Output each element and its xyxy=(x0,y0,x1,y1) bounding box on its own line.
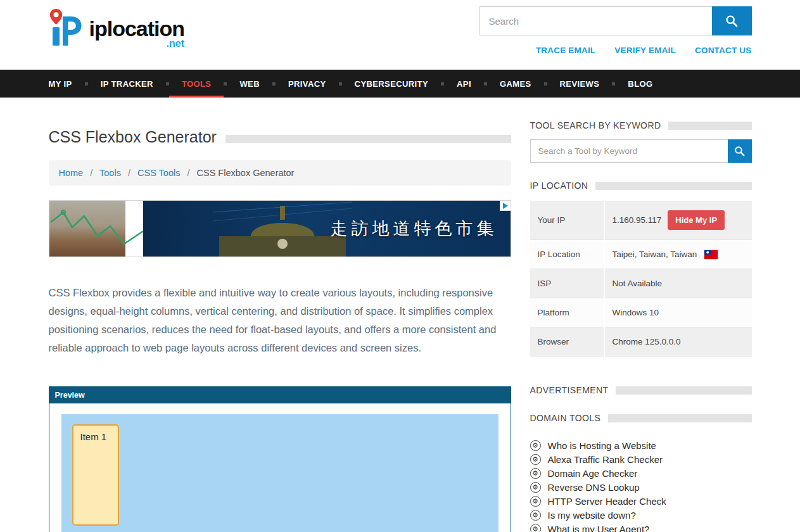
list-item: ⚙ Is my website down? xyxy=(530,508,752,522)
row-value: 1.160.95.117 Hide My IP xyxy=(604,201,752,240)
heading-decoration-bar xyxy=(668,122,751,130)
domain-tool-link-domain-age[interactable]: Domain Age Checker xyxy=(548,468,638,479)
list-item: ⚙ What is my User Agent? xyxy=(530,522,752,532)
list-item: ⚙ HTTP Server Header Check xyxy=(530,494,752,508)
tool-search-input[interactable] xyxy=(530,139,728,163)
advertisement-heading-label: ADVERTISEMENT xyxy=(530,385,609,395)
title-row: CSS Flexbox Generator xyxy=(49,128,511,146)
preview-header: Preview xyxy=(49,387,511,403)
taiwan-flag-icon xyxy=(704,250,718,259)
row-value: Not Available xyxy=(604,269,752,298)
sidebar: TOOL SEARCH BY KEYWORD IP LOCATION Your … xyxy=(530,120,752,532)
search-input[interactable] xyxy=(479,6,712,35)
gear-icon: ⚙ xyxy=(530,524,541,532)
tool-search-box xyxy=(530,139,752,163)
tool-description: CSS Flexbox provides a flexible and intu… xyxy=(49,284,511,357)
contact-us-link[interactable]: CONTACT US xyxy=(695,46,752,55)
main-nav: MY IP IP TRACKER TOOLS WEB PRIVACY CYBER… xyxy=(0,70,800,98)
heading-decoration-bar xyxy=(608,414,751,422)
gear-icon: ⚙ xyxy=(530,482,541,493)
search-icon xyxy=(725,15,738,27)
row-label: Platform xyxy=(530,298,604,327)
tool-search-heading: TOOL SEARCH BY KEYWORD xyxy=(530,120,752,130)
domain-tools-heading-label: DOMAIN TOOLS xyxy=(530,413,601,423)
breadcrumb-tools[interactable]: Tools xyxy=(99,168,121,178)
your-ip-value: 1.160.95.117 xyxy=(613,215,662,225)
ad-choices-icon[interactable] xyxy=(500,201,511,211)
domain-tool-link-hosting[interactable]: Who is Hosting a Website xyxy=(548,440,656,451)
table-row-browser: Browser Chrome 125.0.0.0 xyxy=(530,327,752,357)
verify-email-link[interactable]: VERIFY EMAIL xyxy=(614,46,676,55)
list-item: ⚙ Reverse DNS Lookup xyxy=(530,480,752,494)
breadcrumb: Home / Tools / CSS Tools / CSS Flexbox G… xyxy=(49,160,511,186)
page-content: CSS Flexbox Generator Home / Tools / CSS… xyxy=(49,98,752,532)
domain-tool-link-website-down[interactable]: Is my website down? xyxy=(548,510,636,521)
nav-games[interactable]: GAMES xyxy=(487,70,544,98)
domain-tool-link-http-header[interactable]: HTTP Server Header Check xyxy=(548,496,666,507)
row-label: Your IP xyxy=(530,201,604,240)
row-value: Windows 10 xyxy=(604,298,752,327)
breadcrumb-separator: / xyxy=(128,168,130,178)
nav-reviews[interactable]: REVIEWS xyxy=(547,70,613,98)
heading-decoration-bar xyxy=(616,386,751,395)
header-links: TRACE EMAIL VERIFY EMAIL CONTACT US xyxy=(479,46,752,55)
ip-location-table: Your IP 1.160.95.117 Hide My IP IP Locat… xyxy=(530,201,752,357)
ip-location-heading: IP LOCATION xyxy=(530,180,752,191)
domain-tool-link-reverse-dns[interactable]: Reverse DNS Lookup xyxy=(548,482,640,493)
tool-search-button[interactable] xyxy=(728,139,752,163)
gear-icon: ⚙ xyxy=(530,468,541,479)
search-button[interactable] xyxy=(712,6,752,35)
site-header: iplocation .net TRACE EMAIL VERIFY EMAIL… xyxy=(0,0,800,70)
page-title: CSS Flexbox Generator xyxy=(49,128,217,146)
logo-word: iplocation xyxy=(89,16,185,41)
preview-panel: Preview Item 1 xyxy=(49,386,511,532)
row-label: Browser xyxy=(530,327,604,357)
row-value: Taipei, Taiwan, Taiwan xyxy=(604,240,752,269)
breadcrumb-css-tools[interactable]: CSS Tools xyxy=(137,168,180,178)
domain-tools-list: ⚙ Who is Hosting a Website ⚙ Alexa Traff… xyxy=(530,438,752,532)
flex-item[interactable]: Item 1 xyxy=(72,424,119,526)
heading-decoration-bar xyxy=(595,182,751,190)
nav-blog[interactable]: BLOG xyxy=(615,70,665,98)
gear-icon: ⚙ xyxy=(530,440,541,451)
site-search xyxy=(479,6,752,35)
list-item: ⚙ Alexa Traffic Rank Checker xyxy=(530,452,752,466)
ip-location-heading-label: IP LOCATION xyxy=(530,180,588,191)
preview-body: Item 1 xyxy=(49,403,511,532)
hide-my-ip-button[interactable]: Hide My IP xyxy=(668,210,725,230)
table-row-your-ip: Your IP 1.160.95.117 Hide My IP xyxy=(530,201,752,240)
breadcrumb-home[interactable]: Home xyxy=(59,168,84,178)
domain-tool-link-user-agent[interactable]: What is my User Agent? xyxy=(548,524,650,532)
table-row-isp: ISP Not Available xyxy=(530,269,752,298)
ad-headline: 走訪地道特色市集 xyxy=(331,217,498,240)
tool-search-heading-label: TOOL SEARCH BY KEYWORD xyxy=(530,120,661,130)
site-logo[interactable]: iplocation .net xyxy=(49,8,185,55)
nav-web[interactable]: WEB xyxy=(227,70,272,98)
trace-email-link[interactable]: TRACE EMAIL xyxy=(536,46,595,55)
row-value: Chrome 125.0.0.0 xyxy=(604,327,752,357)
advertisement-heading: ADVERTISEMENT xyxy=(530,385,752,395)
nav-api[interactable]: API xyxy=(444,70,484,98)
domain-tools-heading: DOMAIN TOOLS xyxy=(530,413,752,423)
flex-container: Item 1 xyxy=(61,414,498,532)
nav-tools[interactable]: TOOLS xyxy=(169,70,224,98)
ip-location-value: Taipei, Taiwan, Taiwan xyxy=(613,250,697,259)
ad-chart-line xyxy=(49,201,144,257)
nav-my-ip[interactable]: MY IP xyxy=(49,70,85,98)
ad-image-right: 走訪地道特色市集 xyxy=(143,201,511,256)
logo-text: iplocation .net xyxy=(89,16,185,49)
nav-cybersecurity[interactable]: CYBERSECURITY xyxy=(342,70,441,98)
logo-icon xyxy=(49,8,87,48)
row-label: IP Location xyxy=(530,240,604,269)
gear-icon: ⚙ xyxy=(530,510,541,521)
nav-ip-tracker[interactable]: IP TRACKER xyxy=(88,70,166,98)
gear-icon: ⚙ xyxy=(530,496,541,507)
list-item: ⚙ Who is Hosting a Website xyxy=(530,438,752,452)
domain-tool-link-alexa[interactable]: Alexa Traffic Rank Checker xyxy=(548,454,663,465)
nav-privacy[interactable]: PRIVACY xyxy=(276,70,339,98)
search-icon xyxy=(734,146,745,156)
ad-banner[interactable]: 走訪地道特色市集 xyxy=(49,200,511,257)
table-row-platform: Platform Windows 10 xyxy=(530,298,752,327)
gear-icon: ⚙ xyxy=(530,454,541,465)
breadcrumb-current: CSS Flexbox Generator xyxy=(197,168,295,178)
